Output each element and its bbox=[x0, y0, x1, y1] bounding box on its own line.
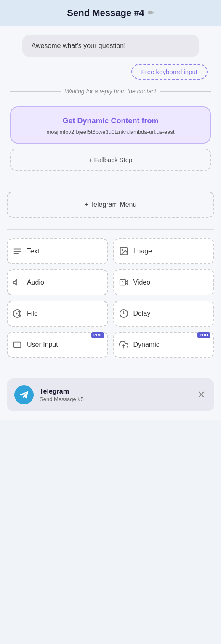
dynamic-content-url: moajlmlov2rbjeef5t6bwe3u0tznkn.lambda-ur… bbox=[18, 129, 203, 135]
actions-grid: Text Image Audio bbox=[7, 238, 214, 358]
video-label: Video bbox=[133, 279, 151, 286]
file-label: File bbox=[27, 310, 38, 317]
edit-icon[interactable]: ✏ bbox=[148, 8, 154, 18]
waiting-divider: Waiting for a reply from the contact bbox=[7, 88, 214, 95]
fallback-label: + Fallback Step bbox=[89, 156, 133, 163]
keyboard-badge[interactable]: Free keyboard input bbox=[131, 64, 208, 80]
telegram-menu-label: + Telegram Menu bbox=[85, 201, 137, 208]
delay-icon bbox=[119, 309, 128, 318]
section-divider-3 bbox=[7, 370, 214, 370]
user-input-label: User Input bbox=[27, 341, 58, 349]
action-dynamic-button[interactable]: PRO Dynamic bbox=[113, 332, 215, 358]
action-delay-button[interactable]: Delay bbox=[113, 301, 215, 327]
image-label: Image bbox=[133, 247, 152, 255]
waiting-line-left bbox=[10, 91, 61, 92]
delay-label: Delay bbox=[133, 310, 151, 317]
image-icon bbox=[119, 247, 128, 256]
svg-rect-7 bbox=[120, 280, 125, 285]
svg-point-4 bbox=[122, 249, 123, 250]
user-input-pro-badge: PRO bbox=[91, 332, 104, 338]
action-file-button[interactable]: File bbox=[7, 301, 108, 327]
card-subtitle: Send Message #5 bbox=[40, 396, 190, 402]
action-text-button[interactable]: Text bbox=[7, 238, 108, 264]
action-user-input-button[interactable]: PRO User Input bbox=[7, 332, 108, 358]
telegram-menu-button[interactable]: + Telegram Menu bbox=[7, 192, 214, 218]
action-audio-button[interactable]: Audio bbox=[7, 269, 108, 295]
file-icon bbox=[13, 309, 22, 318]
keyboard-badge-wrap: Free keyboard input bbox=[7, 64, 214, 80]
fallback-step-button[interactable]: + Fallback Step bbox=[10, 149, 211, 171]
page-title: Send Message #4 ✏ bbox=[67, 8, 154, 19]
card-info: Telegram Send Message #5 bbox=[40, 388, 190, 402]
main-content: Awesome what's your question! Free keybo… bbox=[0, 26, 221, 420]
message-bubble: Awesome what's your question! bbox=[22, 35, 199, 57]
section-divider-1 bbox=[7, 183, 214, 183]
video-icon bbox=[119, 278, 128, 287]
user-input-icon bbox=[13, 340, 22, 349]
telegram-avatar bbox=[14, 385, 34, 404]
text-icon bbox=[13, 247, 22, 256]
dynamic-label: Dynamic bbox=[133, 341, 160, 349]
waiting-text: Waiting for a reply from the contact bbox=[65, 88, 156, 95]
message-text: Awesome what's your question! bbox=[32, 42, 126, 49]
bottom-card[interactable]: Telegram Send Message #5 ✕ bbox=[7, 378, 214, 411]
section-divider-2 bbox=[7, 229, 214, 230]
waiting-line-right bbox=[160, 91, 211, 92]
action-video-button[interactable]: Video bbox=[113, 269, 215, 295]
action-image-button[interactable]: Image bbox=[113, 238, 215, 264]
card-platform: Telegram bbox=[40, 388, 190, 395]
audio-label: Audio bbox=[27, 279, 44, 286]
dynamic-content-title: Get Dynamic Content from bbox=[18, 117, 203, 125]
title-text: Send Message #4 bbox=[67, 8, 144, 19]
svg-marker-5 bbox=[13, 280, 17, 285]
dynamic-pro-badge: PRO bbox=[197, 332, 210, 338]
dynamic-content-block[interactable]: Get Dynamic Content from moajlmlov2rbjee… bbox=[10, 106, 211, 144]
page-header: Send Message #4 ✏ bbox=[0, 0, 221, 26]
dynamic-icon bbox=[119, 340, 128, 349]
svg-rect-11 bbox=[14, 342, 21, 348]
close-button[interactable]: ✕ bbox=[196, 388, 207, 402]
text-label: Text bbox=[27, 247, 39, 255]
keyboard-badge-label: Free keyboard input bbox=[141, 68, 197, 75]
audio-icon bbox=[13, 278, 22, 287]
